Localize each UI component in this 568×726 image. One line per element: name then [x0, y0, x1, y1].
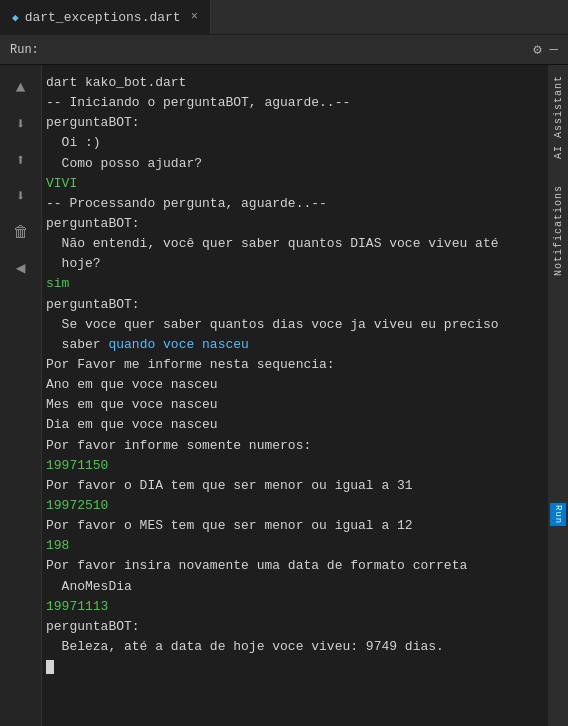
main-area: ▲ ⬇ ⬆ ⬇ 🗑 ◀ dart kako_bot.dart -- Inicia…	[0, 65, 568, 726]
tab-bar: ◆ dart_exceptions.dart ×	[0, 0, 568, 35]
terminal-container[interactable]: dart kako_bot.dart -- Iniciando o pergun…	[42, 65, 548, 726]
line-text-input: 19971113	[46, 597, 540, 617]
toolbar-icons: ⚙ —	[533, 41, 558, 58]
run-label: Run:	[10, 43, 39, 57]
sidebar-icon-download[interactable]: ⬇	[3, 181, 39, 211]
ai-assistant-label: AI Assistant	[553, 75, 564, 159]
line-text: perguntaBOT:	[46, 214, 540, 234]
terminal-line: sim	[46, 274, 540, 294]
line-text: perguntaBOT:	[46, 617, 540, 637]
tab-filename: dart_exceptions.dart	[25, 10, 181, 25]
line-text: Não entendi, você quer saber quantos DIA…	[46, 234, 540, 254]
terminal-cursor-line	[46, 657, 540, 677]
terminal-line: saber quando voce nasceu	[46, 335, 540, 355]
tab-item[interactable]: ◆ dart_exceptions.dart ×	[0, 0, 211, 34]
terminal-line: -- Iniciando o perguntaBOT, aguarde..--	[46, 93, 540, 113]
sidebar-icon-upload[interactable]: ⬆	[3, 145, 39, 175]
terminal-line: dart kako_bot.dart	[46, 73, 540, 93]
terminal-line: perguntaBOT:	[46, 113, 540, 133]
terminal-line: -- Processando pergunta, aguarde..--	[46, 194, 540, 214]
line-text: -- Iniciando o perguntaBOT, aguarde..--	[46, 93, 540, 113]
run-button[interactable]: Run	[550, 503, 566, 526]
line-text: Por favor o DIA tem que ser menor ou igu…	[46, 476, 540, 496]
line-text-input: 19972510	[46, 496, 540, 516]
terminal-line: Por favor o DIA tem que ser menor ou igu…	[46, 476, 540, 496]
line-text: perguntaBOT:	[46, 295, 540, 315]
line-text: Oi :)	[46, 133, 540, 153]
terminal-line: VIVI	[46, 174, 540, 194]
line-text: Mes em que voce nasceu	[46, 395, 540, 415]
sidebar-icon-up[interactable]: ▲	[3, 73, 39, 103]
line-text: Por favor insira novamente uma data de f…	[46, 556, 540, 576]
line-text: Por favor o MES tem que ser menor ou igu…	[46, 516, 540, 536]
terminal-line: 19971150	[46, 456, 540, 476]
line-text: Ano em que voce nasceu	[46, 375, 540, 395]
terminal-line: hoje?	[46, 254, 540, 274]
sidebar-icon-down[interactable]: ⬇	[3, 109, 39, 139]
terminal-line: Por favor insira novamente uma data de f…	[46, 556, 540, 576]
terminal-line: perguntaBOT:	[46, 214, 540, 234]
terminal-line: Não entendi, você quer saber quantos DIA…	[46, 234, 540, 254]
line-text: Por Favor me informe nesta sequencia:	[46, 355, 540, 375]
sidebar-icon-back[interactable]: ◀	[3, 253, 39, 283]
terminal-line: 198	[46, 536, 540, 556]
minimize-icon[interactable]: —	[550, 41, 558, 58]
terminal-line: 19972510	[46, 496, 540, 516]
toolbar: Run: ⚙ —	[0, 35, 568, 65]
terminal-line: AnoMesDia	[46, 577, 540, 597]
terminal-line: Por favor o MES tem que ser menor ou igu…	[46, 516, 540, 536]
terminal-line: perguntaBOT:	[46, 295, 540, 315]
terminal-line: 19971113	[46, 597, 540, 617]
line-text: hoje?	[46, 254, 540, 274]
right-panel: AI Assistant Notifications Run	[548, 65, 568, 726]
line-text: -- Processando pergunta, aguarde..--	[46, 194, 540, 214]
left-sidebar: ▲ ⬇ ⬆ ⬇ 🗑 ◀	[0, 65, 42, 726]
line-text-input: sim	[46, 274, 540, 294]
terminal-line: Mes em que voce nasceu	[46, 395, 540, 415]
line-text: perguntaBOT:	[46, 113, 540, 133]
terminal-line: Por favor informe somente numeros:	[46, 436, 540, 456]
terminal-line: Ano em que voce nasceu	[46, 375, 540, 395]
settings-icon[interactable]: ⚙	[533, 41, 541, 58]
terminal-content: dart kako_bot.dart -- Iniciando o pergun…	[46, 73, 540, 677]
sidebar-icon-trash[interactable]: 🗑	[3, 217, 39, 247]
line-text-input: 198	[46, 536, 540, 556]
terminal-line: Por Favor me informe nesta sequencia:	[46, 355, 540, 375]
dart-file-icon: ◆	[12, 11, 19, 24]
line-text-input: 19971150	[46, 456, 540, 476]
terminal-line: Como posso ajudar?	[46, 154, 540, 174]
terminal-line: Dia em que voce nasceu	[46, 415, 540, 435]
terminal-line: Se voce quer saber quantos dias voce ja …	[46, 315, 540, 335]
line-text: Dia em que voce nasceu	[46, 415, 540, 435]
line-text: Beleza, até a data de hoje voce viveu: 9…	[46, 637, 540, 657]
line-text: saber quando voce nasceu	[46, 335, 540, 355]
terminal-line: perguntaBOT:	[46, 617, 540, 637]
line-text-input: VIVI	[46, 174, 540, 194]
notifications-label: Notifications	[553, 185, 564, 276]
line-text: AnoMesDia	[46, 577, 540, 597]
terminal-line: Beleza, até a data de hoje voce viveu: 9…	[46, 637, 540, 657]
terminal-cursor	[46, 657, 540, 677]
line-text: Por favor informe somente numeros:	[46, 436, 540, 456]
line-text: dart kako_bot.dart	[46, 73, 540, 93]
tab-close-button[interactable]: ×	[191, 10, 198, 24]
line-text: Se voce quer saber quantos dias voce ja …	[46, 315, 540, 335]
line-text: Como posso ajudar?	[46, 154, 540, 174]
terminal-line: Oi :)	[46, 133, 540, 153]
